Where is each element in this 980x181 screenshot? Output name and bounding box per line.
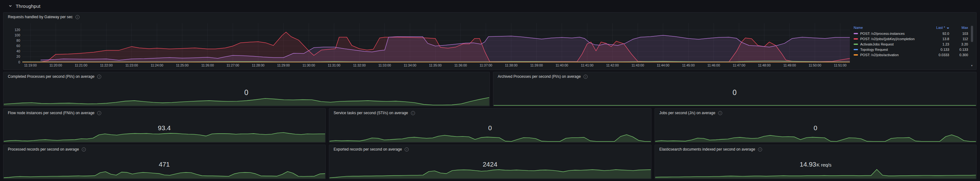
legend-series-name[interactable]: POST: /v2/process-instances: [860, 31, 905, 35]
series-color-marker: [854, 38, 858, 39]
svg-text:11:28:00: 11:28:00: [252, 63, 264, 67]
stat-number: 471: [159, 161, 170, 168]
info-icon[interactable]: [82, 148, 86, 151]
panel-service-tasks: Service tasks per second (STI/s) on aver…: [329, 108, 651, 143]
series-color-marker: [854, 54, 858, 55]
svg-text:11:48:00: 11:48:00: [758, 63, 771, 67]
svg-text:11:25:00: 11:25:00: [176, 63, 189, 67]
svg-text:11:30:00: 11:30:00: [302, 63, 315, 67]
sort-caret-icon: [947, 28, 949, 29]
panel-title: Service tasks per second (STI/s) on aver…: [334, 111, 408, 115]
panel-header: Exported records per second on average: [334, 147, 409, 151]
svg-text:11:22:00: 11:22:00: [100, 63, 113, 67]
series-color-marker: [854, 33, 858, 34]
svg-text:11:37:00: 11:37:00: [480, 63, 492, 67]
legend-row[interactable]: ActivateJobs Request1.233.20: [852, 41, 973, 47]
legend-max-value: 3.20: [949, 42, 968, 46]
panel-title: Processed records per second on average: [8, 147, 79, 151]
series-color-marker: [854, 49, 858, 50]
stat-number: 0: [733, 88, 737, 97]
panel-title: Requests handled by Gateway per sec: [8, 15, 73, 19]
svg-text:11:35:00: 11:35:00: [429, 63, 442, 67]
info-icon[interactable]: [584, 75, 588, 79]
svg-text:11:40:00: 11:40:00: [555, 63, 568, 67]
info-icon[interactable]: [75, 15, 80, 19]
panel-header: Jobs per second (J/s) on average: [659, 111, 722, 115]
svg-text:11:31:00: 11:31:00: [328, 63, 340, 67]
info-icon[interactable]: [97, 111, 101, 115]
stat-number: 2424: [483, 161, 497, 168]
panel-completed-processes: Completed Processes per second (PI/s) on…: [3, 72, 490, 106]
svg-text:20: 20: [16, 55, 20, 58]
legend-row[interactable]: Topology Request0.1330.133: [852, 47, 973, 52]
svg-text:11:49:00: 11:49:00: [783, 63, 796, 67]
legend-col-max[interactable]: Max: [949, 26, 968, 30]
legend-col-last[interactable]: Last *: [928, 26, 949, 30]
panel-jobs-per-second: Jobs per second (J/s) on average 0: [655, 108, 977, 143]
stat-value: 471: [3, 161, 325, 168]
gateway-timeseries-chart[interactable]: 11:19:0011:20:0011:21:0011:22:0011:23:00…: [6, 21, 851, 68]
info-icon[interactable]: [97, 75, 101, 79]
stat-number: 14.93: [800, 161, 816, 168]
legend-series-name[interactable]: ActivateJobs Request: [860, 42, 894, 46]
panel-header: Flow node instances per second (FNI/s) o…: [8, 111, 101, 115]
svg-text:80: 80: [16, 39, 20, 42]
legend-last-value: 13.8: [928, 37, 949, 41]
section-row-throughput[interactable]: Throughput: [0, 0, 980, 12]
panel-header: Processed records per second on average: [8, 147, 86, 151]
legend-row[interactable]: POST: /v2/jobs/{jobKey}/completion13.811…: [852, 36, 973, 41]
svg-text:11:36:00: 11:36:00: [454, 63, 467, 67]
stat-number: 0: [244, 88, 248, 97]
stat-number: 0: [488, 124, 492, 131]
info-icon[interactable]: [411, 111, 415, 115]
grafana-dashboard: Throughput Requests handled by Gateway p…: [0, 0, 980, 181]
svg-text:11:44:00: 11:44:00: [657, 63, 669, 67]
stat-value: 0: [3, 88, 490, 97]
svg-text:11:38:00: 11:38:00: [505, 63, 517, 67]
panel-archived-processes: Archived Processes per second (PI/s) on …: [493, 72, 977, 106]
legend-col-name[interactable]: Name: [854, 26, 928, 30]
svg-text:11:29:00: 11:29:00: [277, 63, 290, 67]
panel-exported-records: Exported records per second on average 2…: [329, 145, 651, 179]
panel-title: Completed Processes per second (PI/s) on…: [8, 74, 94, 79]
panel-header: Elasticsearch documents indexed per seco…: [659, 147, 762, 151]
stat-value: 0: [493, 88, 976, 97]
svg-text:11:20:00: 11:20:00: [49, 63, 62, 67]
legend-max-value: 112: [949, 37, 968, 41]
svg-text:60: 60: [16, 44, 20, 48]
svg-text:11:39:00: 11:39:00: [530, 63, 542, 67]
svg-text:0: 0: [18, 60, 20, 64]
legend-last-value: 0.133: [928, 48, 949, 52]
stat-unit: K req/s: [816, 162, 832, 167]
stat-value: 2424: [329, 161, 651, 168]
svg-text:11:45:00: 11:45:00: [682, 63, 695, 67]
legend-scrollbar[interactable]: [971, 26, 973, 42]
legend-row[interactable]: POST: /v2/jobs/activation0.03330.300: [852, 52, 973, 57]
series-color-marker: [854, 44, 858, 45]
panel-title: Flow node instances per second (FNI/s) o…: [8, 111, 94, 115]
svg-text:11:41:00: 11:41:00: [581, 63, 593, 67]
svg-text:11:19:00: 11:19:00: [24, 63, 37, 67]
info-icon[interactable]: [718, 111, 722, 115]
legend-max-value: 0.300: [949, 53, 968, 57]
chevron-down-icon: [8, 4, 13, 8]
scroll-down-arrow-icon[interactable]: ▼: [970, 64, 973, 67]
legend-series-name[interactable]: POST: /v2/jobs/{jobKey}/completion: [860, 37, 915, 41]
legend-series-name[interactable]: POST: /v2/jobs/activation: [860, 53, 899, 57]
info-icon[interactable]: [758, 148, 762, 151]
svg-text:40: 40: [16, 49, 20, 53]
legend-max-value: 0.133: [949, 48, 968, 52]
legend-series-name[interactable]: Topology Request: [860, 48, 888, 52]
legend-table: Name Last * Max POST: /v2/process-instan…: [852, 26, 973, 67]
panel-title: Archived Processes per second (PI/s) on …: [498, 74, 581, 79]
info-icon[interactable]: [405, 148, 409, 151]
svg-text:11:47:00: 11:47:00: [733, 63, 745, 67]
svg-text:11:21:00: 11:21:00: [75, 63, 88, 67]
svg-text:100: 100: [14, 33, 20, 37]
stat-value: 0: [655, 124, 976, 132]
legend-row[interactable]: POST: /v2/process-instances92.0103: [852, 31, 973, 36]
svg-text:11:32:00: 11:32:00: [353, 63, 366, 67]
stat-number: 0: [814, 124, 818, 131]
svg-text:11:42:00: 11:42:00: [606, 63, 619, 67]
panel-elasticsearch-docs: Elasticsearch documents indexed per seco…: [655, 145, 977, 179]
